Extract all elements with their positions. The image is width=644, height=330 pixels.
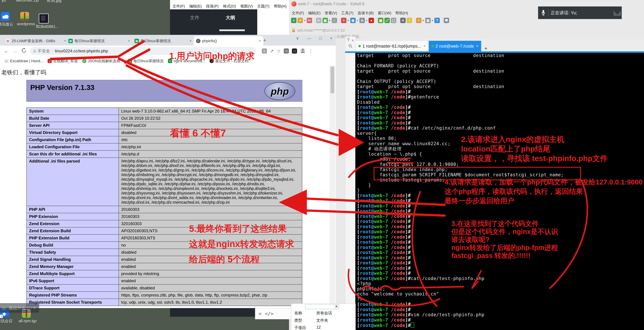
xshell-menu-item[interactable]: 查看(V) (324, 11, 337, 15)
xshell-menu-item[interactable]: 窗口(W) (378, 11, 391, 15)
xagent-icon[interactable]: ● (368, 18, 374, 23)
disconnect-icon[interactable]: ✂ (307, 18, 312, 23)
chevron-down-icon[interactable]: ▾ (432, 19, 433, 22)
search-icon[interactable] (345, 44, 356, 49)
pin-icon[interactable]: × (345, 38, 356, 43)
phpinfo-value-cell: Oct 26 2019 10:22:52 (119, 115, 302, 122)
phpinfo-label-cell: Virtual Directory Support (26, 129, 119, 136)
duplicate-session-icon[interactable]: ▣ (322, 18, 328, 23)
web-icon[interactable]: ◍ (350, 18, 356, 23)
collapse-chat-icon[interactable]: < (33, 306, 36, 310)
close-icon[interactable]: × (188, 39, 192, 43)
desktop-file-label[interactable]: wecenter.zip (16, 0, 39, 3)
reconnect-icon[interactable]: ↩ (316, 18, 322, 23)
xshell-menu-item[interactable]: 帮助(H) (396, 11, 408, 15)
xshell-address-bar[interactable]: ssh://root:******@10.0.0.7:22 (292, 28, 345, 33)
wps-menu-item[interactable]: 主题(T) (257, 4, 270, 8)
wps-menu-item[interactable]: 段落(P) (206, 4, 218, 8)
chat-input-placeholder[interactable]: 说点什么... (9, 305, 29, 311)
xshell-menu-item[interactable]: 文件(F) (292, 11, 304, 15)
xshell-menu-item[interactable]: 工具(T) (341, 11, 354, 15)
wps-menu-item[interactable]: 格式(O) (223, 4, 236, 8)
keyboard-icon[interactable]: ⌗ (400, 18, 406, 23)
reload-button[interactable] (22, 48, 26, 54)
close-icon[interactable]: × (352, 38, 354, 42)
chevron-down-icon[interactable]: ▼ (334, 305, 338, 308)
avatar[interactable] (300, 48, 306, 54)
scrollbar-thumb[interactable] (330, 66, 334, 94)
back-button[interactable]: ← (4, 48, 9, 54)
forward-button[interactable]: → (12, 48, 18, 54)
menu-kebab-icon[interactable]: ⋮ (308, 48, 313, 54)
browser-tab[interactable]: ◐phpinfo()× (194, 36, 263, 46)
compose-icon[interactable]: / (407, 18, 412, 23)
bookmark-item[interactable]: ∞Excalidraw | Hand... (4, 59, 43, 63)
extension-icon[interactable]: ◻ (292, 48, 297, 54)
minimize-button[interactable]: — (307, 36, 311, 41)
translate-icon[interactable]: 文 (262, 48, 267, 54)
code-panel-icon[interactable]: </> (265, 311, 274, 316)
extensions-puzzle-icon[interactable]: ◳ (284, 48, 289, 54)
browser-tab[interactable]: ▦每日linux掌握情况× (66, 36, 132, 46)
bookmark-item[interactable]: {}JSON在线解析及格... (82, 58, 124, 64)
chevron-down-icon[interactable]: ▾ (422, 19, 424, 22)
chevron-down-icon[interactable]: ▾ (366, 19, 367, 22)
new-tab-button[interactable]: + (263, 37, 266, 44)
phpinfo-row: Zend Multibyte Supportprovided by mbstri… (26, 270, 302, 277)
bookmark-star-icon[interactable]: ☆ (277, 48, 281, 54)
close-icon[interactable]: × (62, 39, 66, 43)
chevron-down-icon[interactable]: ▾ (357, 19, 358, 22)
chevron-down-icon[interactable]: ▾ (329, 19, 330, 22)
chevron-down-icon[interactable]: ▾ (304, 19, 305, 22)
wps-menu-item[interactable]: 文件(F) (172, 4, 185, 8)
layout-icon[interactable]: ▥ (425, 18, 431, 23)
wps-menu-item[interactable]: 视图(V) (240, 4, 253, 8)
browser-tab[interactable]: ▤25-LNMP黄金架构 · GitBo× (3, 36, 68, 46)
collapse-left-icon[interactable]: < (258, 311, 262, 316)
font-icon[interactable]: A (360, 18, 365, 23)
desktop-file-label[interactable]: yu (2, 0, 6, 3)
new-session-icon[interactable]: + (291, 18, 296, 23)
chevron-down-icon[interactable]: ▾ (348, 19, 349, 22)
new-tab-button[interactable]: + (483, 46, 489, 51)
chat-icon[interactable]: 💬 (444, 18, 449, 23)
desktop-icon-weiyun[interactable]: 腾讯微云 (0, 12, 13, 27)
wps-tab-file[interactable]: 文件 (190, 14, 200, 21)
open-folder-icon[interactable]: ▾ (298, 18, 303, 23)
wps-tab-outline[interactable]: 大纲 (226, 14, 235, 21)
close-icon[interactable]: × (257, 39, 261, 43)
wps-menu-item[interactable]: 编辑(E) (189, 4, 202, 8)
xshell-menu-item[interactable]: 编辑(E) (308, 11, 320, 15)
meeting-chat-overlay[interactable]: ☺ 说点什么... | < (0, 303, 39, 313)
desktop-file-label[interactable]: 布局.jpg (47, 0, 62, 4)
close-icon[interactable]: × (424, 44, 426, 48)
emoji-icon[interactable]: ☺ (1, 305, 7, 311)
xshell-session-tab[interactable]: 2 root@web-7:/code× (428, 41, 481, 51)
bookmark-item[interactable]: ▦每日linux掌握情况 (128, 58, 164, 64)
properties-icon[interactable]: ≡ (341, 18, 346, 23)
transfer-icon[interactable]: + (416, 18, 422, 23)
xshell-session-tab[interactable]: 1 root@master-61:/opt/jumps...× (356, 41, 428, 51)
xshell-menu-item[interactable]: 选项卡(B) (358, 11, 374, 15)
desktop-icon-zip[interactable]: wordpress... (17, 12, 32, 26)
help-icon[interactable]: ? (434, 18, 440, 23)
page-scrollbar[interactable] (330, 66, 335, 308)
close-icon[interactable]: × (476, 44, 478, 48)
xftp-icon[interactable]: ▣ (378, 18, 383, 23)
maximize-button[interactable]: □ (319, 36, 322, 41)
terminal-output-line: Chain OUTPUT (policy ACCEPT) (355, 79, 644, 84)
lock-icon[interactable]: ▢ (391, 18, 396, 23)
desktop-icon-image[interactable]: 803b40861... (36, 14, 51, 29)
fullscreen-icon[interactable]: ⤢ (384, 18, 390, 23)
session-filter-dropdown[interactable]: ▼ (305, 304, 339, 309)
close-button[interactable]: × (330, 36, 332, 41)
share-icon[interactable]: ↗ (270, 48, 274, 54)
find-icon[interactable]: ○ (332, 18, 337, 23)
wps-menu-item[interactable]: 帮助(H) (274, 4, 287, 8)
phpinfo-row: IPv6 Supportenabled (26, 277, 302, 284)
bookmark-item[interactable]: y在线翻译_有道 (48, 58, 78, 64)
url-text[interactable]: linux0224.cc/test-phpinfo.php (55, 48, 108, 54)
close-icon[interactable]: × (126, 39, 130, 43)
tab-search-icon[interactable]: ∨ (296, 36, 299, 41)
browser-tab[interactable]: ▦每日linux掌握情况× (132, 36, 194, 46)
